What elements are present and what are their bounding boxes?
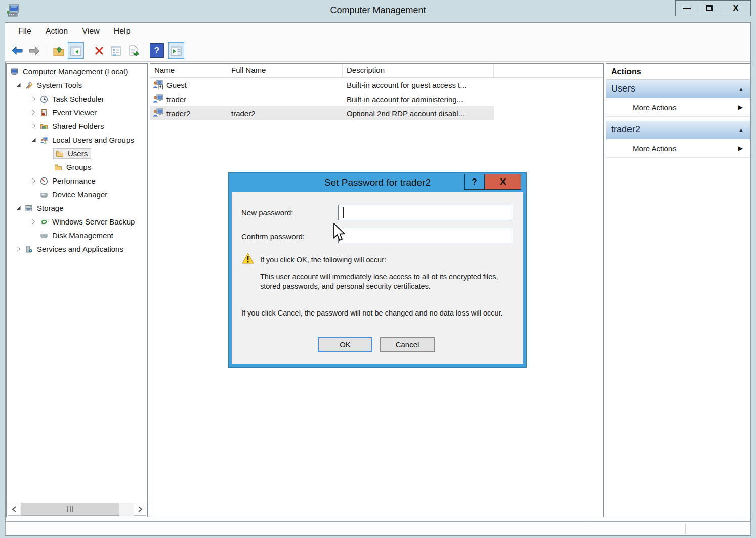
horizontal-scrollbar[interactable] [8, 503, 146, 516]
actions-section-title: trader2 [611, 124, 640, 135]
tree-item-computer-management[interactable]: Computer Management (Local) [7, 65, 147, 78]
expand-expander-icon[interactable] [28, 123, 39, 129]
table-row-trader[interactable]: trader Built-in account for administerin… [150, 92, 494, 106]
cancel-note: If you click Cancel, the password will n… [241, 308, 511, 318]
warning-icon [242, 253, 254, 266]
tree-item-services-and-applications[interactable]: Services and Applications [7, 242, 147, 256]
tree-item-shared-folders[interactable]: Shared Folders [7, 119, 147, 133]
up-one-level-icon[interactable] [51, 42, 67, 59]
confirm-password-input[interactable] [338, 228, 513, 243]
dialog-help-button[interactable]: ? [464, 174, 485, 190]
actions-section-users[interactable]: Users ▲ [606, 80, 750, 98]
show-hide-console-tree-icon[interactable] [68, 42, 84, 59]
menu-file[interactable]: File [11, 25, 38, 38]
expand-expander-icon[interactable] [28, 219, 39, 225]
cell-name: trader2 [166, 109, 191, 118]
tree-item-label: Windows Server Backup [52, 217, 135, 226]
scrollbar-thumb[interactable] [21, 503, 119, 516]
menu-action[interactable]: Action [38, 25, 75, 38]
list-header: Name Full Name Description [150, 64, 603, 78]
confirm-password-label: Confirm password: [241, 232, 305, 241]
folder-icon [55, 150, 65, 158]
title-bar: Computer Management X [0, 0, 756, 22]
actions-panel-title: Actions [606, 64, 750, 80]
menu-help[interactable]: Help [107, 25, 138, 38]
tree-item-groups[interactable]: Groups [7, 160, 147, 174]
console-tree-panel: Computer Management (Local) System Tools… [6, 63, 148, 517]
disk-icon [39, 232, 49, 240]
actions-section-title: Users [611, 83, 635, 94]
collapse-section-icon[interactable]: ▲ [738, 127, 744, 133]
scrollbar-track[interactable] [119, 503, 133, 516]
submenu-arrow-icon: ▶ [738, 104, 743, 111]
tree-item-storage[interactable]: Storage [7, 201, 147, 215]
selected-tree-item: Users [53, 148, 91, 159]
ok-button[interactable]: OK [318, 337, 372, 352]
new-password-input[interactable] [338, 205, 513, 220]
expand-expander-icon[interactable] [28, 110, 39, 115]
tree-item-performance[interactable]: Performance [7, 174, 147, 188]
cell-name: Guest [166, 81, 187, 89]
actions-panel: Actions Users ▲ More Actions ▶ trader2 ▲… [606, 63, 750, 517]
services-icon [24, 245, 34, 253]
warning-body: This user account will immediately lose … [260, 272, 507, 291]
collapse-expander-icon[interactable] [28, 137, 39, 143]
more-actions-label: More Actions [633, 144, 677, 153]
more-actions-trader2[interactable]: More Actions ▶ [606, 139, 750, 158]
scroll-right-icon[interactable] [134, 503, 146, 516]
column-header-full-name[interactable]: Full Name [227, 64, 343, 77]
properties-icon[interactable] [108, 42, 124, 59]
cell-description: Built-in account for administering... [343, 95, 494, 104]
cell-description: Built-in account for guest access t... [343, 81, 494, 89]
expand-expander-icon[interactable] [28, 178, 39, 184]
device-manager-icon [39, 191, 49, 199]
delete-icon[interactable] [91, 42, 107, 59]
warning-intro: If you click OK, the following will occu… [260, 255, 503, 265]
cell-name: trader [166, 95, 186, 104]
close-button[interactable]: X [721, 0, 751, 16]
minimize-button[interactable] [675, 0, 698, 16]
collapse-expander-icon[interactable] [13, 205, 24, 211]
tree-item-local-users-and-groups[interactable]: Local Users and Groups [7, 133, 147, 147]
user-icon [152, 108, 164, 118]
maximize-icon [706, 5, 713, 11]
tree-item-users[interactable]: Users [7, 147, 147, 160]
table-row-guest[interactable]: Guest Built-in account for guest access … [150, 78, 494, 92]
forward-icon[interactable] [26, 42, 43, 59]
show-hide-action-pane-icon[interactable] [168, 42, 184, 59]
maximize-button[interactable] [698, 0, 721, 16]
dialog-close-button[interactable]: X [485, 174, 521, 190]
window-title: Computer Management [0, 5, 756, 16]
menu-view[interactable]: View [75, 25, 106, 38]
tree-item-label: Disk Management [52, 231, 113, 240]
table-row-trader2-selected[interactable]: trader2 trader2 Optional 2nd RDP account… [150, 106, 494, 120]
expand-expander-icon[interactable] [28, 96, 39, 102]
tree-item-label: Shared Folders [52, 122, 104, 130]
tools-icon [24, 81, 34, 89]
help-icon[interactable]: ? [150, 43, 164, 58]
expand-expander-icon[interactable] [13, 246, 24, 252]
performance-icon [39, 177, 49, 185]
event-log-icon [39, 109, 49, 117]
submenu-arrow-icon: ▶ [738, 145, 743, 152]
collapse-expander-icon[interactable] [13, 82, 24, 88]
tree-item-label: Performance [52, 176, 96, 185]
column-header-name[interactable]: Name [150, 64, 227, 77]
actions-section-trader2[interactable]: trader2 ▲ [606, 121, 750, 139]
tree-item-system-tools[interactable]: System Tools [7, 78, 147, 92]
more-actions-users[interactable]: More Actions ▶ [606, 98, 750, 117]
column-header-description[interactable]: Description [343, 64, 494, 77]
shared-folder-icon [39, 122, 49, 130]
tree-item-task-scheduler[interactable]: Task Scheduler [7, 92, 147, 106]
tree-item-event-viewer[interactable]: Event Viewer [7, 106, 147, 119]
tree-item-windows-server-backup[interactable]: Windows Server Backup [7, 215, 147, 229]
tree-item-device-manager[interactable]: Device Manager [7, 188, 147, 201]
export-list-icon[interactable] [125, 42, 142, 59]
tree-item-disk-management[interactable]: Disk Management [7, 229, 147, 242]
user-icon [152, 94, 164, 104]
scroll-left-icon[interactable] [8, 503, 20, 516]
back-icon[interactable] [9, 42, 25, 59]
cancel-button[interactable]: Cancel [380, 337, 435, 352]
more-actions-label: More Actions [633, 103, 677, 112]
collapse-section-icon[interactable]: ▲ [738, 86, 744, 92]
